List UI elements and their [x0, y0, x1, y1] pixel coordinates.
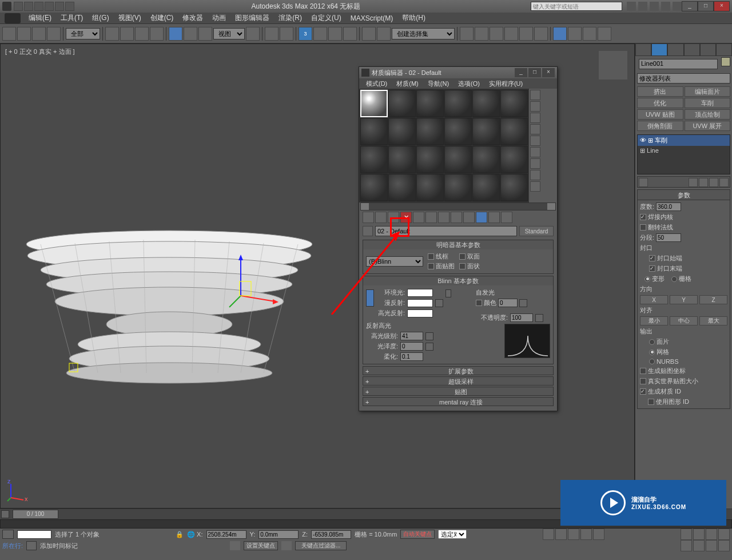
sample-type-icon[interactable] [530, 90, 540, 100]
set-key-icon[interactable] [230, 541, 240, 550]
mat-slot-14[interactable] [388, 146, 416, 173]
zoom-extents-icon[interactable] [706, 529, 717, 540]
scale-icon[interactable] [198, 27, 212, 41]
play-icon[interactable] [568, 529, 579, 540]
self-illum-color-check[interactable] [476, 300, 482, 306]
lock-selection-icon[interactable]: 🔒 [176, 531, 184, 538]
weld-core-check[interactable] [640, 214, 646, 220]
mat-menu-options[interactable]: 选项(O) [453, 78, 484, 89]
edit-named-sel-icon[interactable] [362, 27, 376, 41]
mat-slot-3[interactable] [416, 90, 444, 117]
put-to-scene-icon[interactable] [375, 212, 387, 223]
go-forward-icon[interactable] [501, 212, 512, 223]
reset-map-icon[interactable]: ✕ [400, 212, 412, 223]
percent-snap-icon[interactable] [328, 27, 342, 41]
max-toggle-icon[interactable] [718, 540, 730, 551]
orbit-icon[interactable] [706, 540, 717, 551]
menu-customize[interactable]: 自定义(U) [307, 12, 346, 24]
put-to-library-icon[interactable] [438, 212, 449, 223]
flip-normals-check[interactable] [640, 224, 646, 231]
show-map-viewport-icon[interactable] [463, 212, 475, 223]
help-search-input[interactable] [531, 2, 622, 11]
make-preview-icon[interactable] [530, 147, 540, 157]
out-nurbs-radio[interactable] [649, 359, 655, 364]
mat-slot-12[interactable] [500, 118, 528, 145]
menu-help[interactable]: 帮助(H) [397, 12, 430, 24]
select-manipulate-icon[interactable] [265, 27, 279, 41]
backlight-icon[interactable] [530, 101, 540, 112]
viewcube[interactable] [599, 51, 627, 80]
menu-rendering[interactable]: 渲染(R) [274, 12, 307, 24]
unlink-icon[interactable] [47, 27, 61, 41]
subscription-icon[interactable] [638, 2, 647, 11]
cap-end-check[interactable] [649, 265, 655, 272]
qat-more-icon[interactable] [65, 2, 74, 11]
dir-y-button[interactable]: Y [670, 295, 698, 304]
modifier-list-drop[interactable]: 修改器列表 [637, 73, 730, 84]
app-menu-button[interactable] [5, 13, 21, 23]
pin-stack-icon[interactable] [639, 178, 648, 187]
gen-map-check[interactable] [640, 368, 646, 374]
mat-slot-23[interactable] [472, 174, 500, 201]
layer-manager-icon[interactable] [490, 27, 503, 41]
object-name-field[interactable]: Line001 [639, 59, 718, 69]
soften-spinner[interactable] [400, 352, 423, 361]
zoom-extents-all-icon[interactable] [718, 529, 730, 540]
mat-slot-24[interactable] [500, 174, 528, 201]
mat-slot-18[interactable] [500, 146, 528, 173]
make-unique-icon[interactable] [699, 178, 708, 187]
mat-slot-1[interactable] [360, 90, 388, 117]
mat-slot-2[interactable] [388, 90, 416, 117]
dir-x-button[interactable]: X [640, 295, 668, 304]
opacity-map-button[interactable] [535, 314, 543, 322]
menu-tools[interactable]: 工具(T) [56, 12, 87, 24]
menu-edit[interactable]: 编辑(E) [24, 12, 56, 24]
schematic-view-icon[interactable] [519, 27, 533, 41]
motion-tab-icon[interactable] [684, 43, 700, 56]
undo-icon[interactable] [2, 27, 16, 41]
dir-z-button[interactable]: Z [699, 295, 727, 304]
background-icon[interactable] [530, 113, 540, 123]
mat-slot-21[interactable] [416, 174, 444, 201]
mat-slot-22[interactable] [444, 174, 472, 201]
menu-create[interactable]: 创建(C) [146, 12, 178, 24]
mat-slot-19[interactable] [360, 174, 388, 201]
remove-modifier-icon[interactable] [709, 178, 718, 187]
auto-key-button[interactable]: 自动关键点 [400, 530, 435, 539]
exchange-icon[interactable] [650, 2, 659, 11]
pivot-icon[interactable] [246, 27, 260, 41]
goto-start-icon[interactable] [543, 529, 554, 540]
diffuse-map-button[interactable] [435, 299, 443, 307]
faceted-check[interactable] [459, 263, 466, 269]
video-color-check-icon[interactable] [530, 136, 540, 146]
mat-slot-11[interactable] [472, 118, 500, 145]
search-icon[interactable] [627, 2, 636, 11]
diffuse-color-swatch[interactable] [407, 299, 433, 307]
viewport-label[interactable]: [ + 0 正交 0 真实 + 边面 ] [5, 47, 75, 56]
select-icon[interactable] [105, 27, 119, 41]
keyboard-shortcut-icon[interactable] [280, 27, 293, 41]
real-world-check[interactable] [640, 378, 646, 384]
qat-open-icon[interactable] [24, 2, 33, 11]
mat-slot-5[interactable] [472, 90, 500, 117]
fov-icon[interactable] [681, 540, 692, 551]
curve-editor-icon[interactable] [504, 27, 518, 41]
mat-slot-20[interactable] [388, 174, 416, 201]
utilities-tab-icon[interactable] [716, 43, 732, 56]
display-tab-icon[interactable] [700, 43, 716, 56]
time-slider-handle[interactable]: 0 / 100 [13, 510, 58, 519]
z-coord-field[interactable] [311, 530, 351, 539]
y-coord-field[interactable] [258, 530, 299, 539]
shader-rollout-head[interactable]: 明暗器基本参数 [363, 240, 553, 249]
key-filter-icon[interactable] [281, 541, 292, 550]
create-tab-icon[interactable] [635, 43, 651, 56]
params-rollout-head[interactable]: 参数 [638, 190, 730, 200]
glossiness-spinner[interactable] [400, 342, 423, 351]
select-by-name-icon[interactable] [120, 27, 134, 41]
render-setup-icon[interactable] [553, 27, 567, 41]
move-icon[interactable] [169, 27, 182, 41]
mat-menu-material[interactable]: 材质(M) [392, 78, 423, 89]
snap-toggle-icon[interactable]: 3 [299, 27, 312, 41]
facemap-check[interactable] [428, 263, 434, 269]
mat-slot-13[interactable] [360, 146, 388, 173]
